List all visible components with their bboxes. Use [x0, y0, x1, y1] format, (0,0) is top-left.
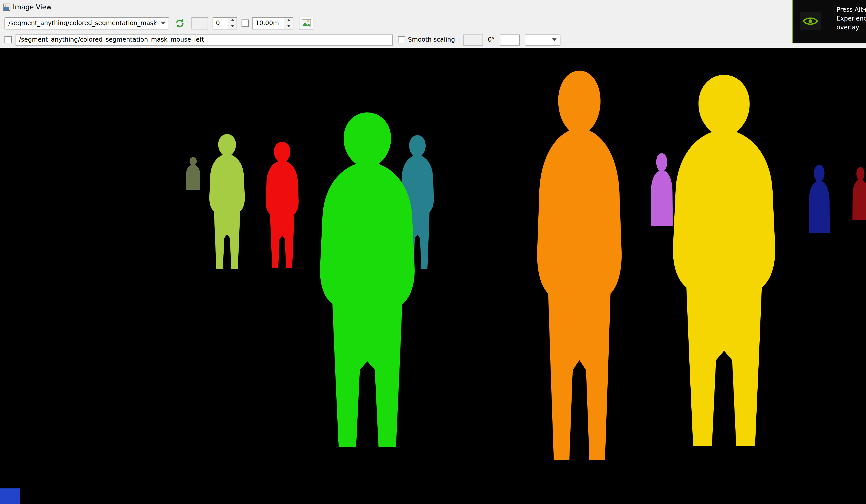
image-canvas[interactable] [0, 48, 866, 504]
max-range-spinbox-value: 10.00m [255, 20, 279, 27]
mask-person-dark-red [850, 165, 866, 221]
smooth-scaling-checkbox[interactable] [398, 36, 405, 44]
nvidia-overlay-text: Press Alt+ Experience overlay [836, 5, 866, 32]
blank-field [191, 17, 208, 29]
mask-person-olive [184, 156, 203, 190]
refresh-icon [175, 18, 185, 28]
corner-square [0, 489, 20, 504]
window-title: Image View [13, 3, 52, 11]
chevron-down-icon [161, 22, 166, 25]
secondary-dropdown[interactable] [525, 34, 560, 45]
rotation-field-right[interactable] [500, 34, 520, 45]
mask-person-red [260, 141, 304, 271]
max-range-spinbox[interactable]: 10.00m [252, 17, 293, 29]
spinner-arrows-icon[interactable] [284, 18, 293, 28]
nvidia-logo-icon [800, 12, 821, 30]
toolbar-primary: /segment_anything/colored_segmentation_m… [0, 14, 866, 32]
chevron-down-icon [552, 38, 557, 41]
spinner-arrows-icon[interactable] [227, 18, 236, 28]
mask-person-yellow-green [204, 133, 251, 272]
image-view-window: Image View /segment_anything/colored_seg… [0, 0, 866, 504]
nvidia-overlay-line: Experience [836, 14, 866, 23]
mask-person-orange [524, 67, 635, 467]
nvidia-overlay-line: overlay [836, 23, 866, 32]
nvidia-overlay: Press Alt+ Experience overlay [792, 0, 866, 43]
rotation-field-left [463, 34, 483, 45]
refresh-topics-button[interactable] [173, 16, 187, 30]
mask-person-navy [805, 163, 833, 234]
rotation-degree-label: 0° [488, 36, 495, 44]
nvidia-overlay-line: Press Alt+ [836, 5, 866, 14]
image-view-icon [3, 3, 11, 11]
queue-spinbox-value: 0 [216, 20, 220, 27]
save-image-button[interactable] [299, 16, 313, 30]
topic-dropdown[interactable]: /segment_anything/colored_segmentation_m… [4, 17, 169, 29]
smooth-scaling-label[interactable]: Smooth scaling [408, 36, 455, 44]
publish-click-checkbox[interactable] [4, 36, 12, 44]
topic-dropdown-value: /segment_anything/colored_segmentation_m… [8, 20, 157, 27]
mask-person-yellow [657, 72, 792, 452]
nvidia-accent-bar [792, 0, 793, 43]
queue-spinbox[interactable]: 0 [213, 17, 237, 29]
mouse-topic-field[interactable]: /segment_anything/colored_segmentation_m… [15, 34, 393, 45]
save-image-icon [301, 19, 311, 27]
toolbar-secondary: /segment_anything/colored_segmentation_m… [0, 32, 866, 48]
mouse-topic-value: /segment_anything/colored_segmentation_m… [19, 36, 204, 44]
dynamic-range-checkbox[interactable] [242, 20, 249, 27]
mask-person-green [305, 110, 430, 453]
window-titlebar[interactable]: Image View [0, 0, 866, 14]
